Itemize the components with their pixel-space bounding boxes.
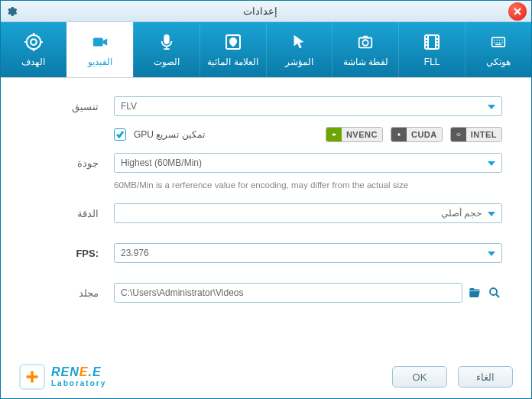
close-button[interactable] (508, 2, 527, 21)
fps-value: 23.976 (121, 248, 149, 258)
tab-target[interactable]: الهدف (1, 22, 66, 77)
camera-icon (355, 32, 376, 52)
svg-point-6 (363, 40, 368, 45)
quality-select[interactable]: Highest (60MB/Min) (114, 153, 502, 173)
gpu-enable-label: تمكين تسريع GPU (134, 129, 205, 140)
tab-label: الصوت (154, 57, 180, 67)
tab-label: الهدف (21, 57, 45, 67)
gpu-checkbox[interactable] (114, 128, 126, 141)
titlebar: إعدادات (1, 1, 531, 22)
settings-form: تنسيق FLV تمكين تسريع GPU NVENC (1, 78, 531, 355)
footer: RENE.E Laboratory OK الغاء (1, 355, 531, 398)
brand-name: RENE.E (51, 366, 106, 378)
folder-label: مجلد (30, 287, 114, 299)
folder-value: C:\Users\Administrator\Videos (121, 287, 244, 298)
cancel-button[interactable]: الغاء (458, 366, 513, 388)
svg-point-1 (31, 39, 37, 45)
tabs: الهدف الفيديو الصوت العلامة المائية المؤ… (1, 22, 531, 78)
resolution-select[interactable]: حجم أصلي (114, 203, 502, 223)
target-icon (23, 32, 44, 52)
film-icon (421, 32, 443, 52)
quality-help: 60MB/Min is a rerference value for encod… (114, 177, 502, 190)
tab-watermark[interactable]: العلامة المائية (200, 22, 266, 77)
check-icon (115, 130, 125, 139)
brand-logo: RENE.E Laboratory (19, 364, 106, 390)
format-select[interactable]: FLV (114, 96, 502, 116)
svg-point-9 (397, 133, 400, 135)
tab-cursor[interactable]: المؤشر (266, 22, 332, 77)
cuda-icon (391, 128, 407, 141)
tab-audio[interactable]: الصوت (133, 22, 200, 77)
browse-button[interactable] (487, 285, 502, 300)
svg-point-10 (456, 134, 460, 136)
ok-button[interactable]: OK (392, 366, 447, 388)
cursor-icon (288, 32, 310, 52)
format-value: FLV (121, 101, 137, 112)
keyboard-icon (488, 32, 509, 52)
format-label: تنسيق (30, 101, 114, 112)
watermark-icon (222, 32, 244, 52)
open-folder-button[interactable] (467, 285, 482, 300)
tab-screenshot[interactable]: لقطة شاشة (332, 22, 398, 77)
tab-label: العلامة المائية (207, 57, 258, 67)
tab-label: لقطة شاشة (343, 57, 388, 67)
intel-icon (451, 128, 466, 141)
logo-mark (19, 364, 45, 390)
svg-rect-2 (93, 38, 103, 47)
tab-video[interactable]: الفيديو (66, 22, 133, 77)
tab-hotkey[interactable]: هوتكي (465, 22, 531, 77)
plus-icon (24, 369, 40, 384)
mic-icon (156, 32, 177, 52)
svg-rect-3 (164, 35, 169, 44)
window-title: إعدادات (243, 5, 277, 17)
brand-sub: Laboratory (51, 380, 106, 388)
folder-input[interactable]: C:\Users\Administrator\Videos (114, 283, 462, 303)
fps-label: FPS: (30, 248, 114, 259)
close-icon (513, 7, 522, 16)
tab-label: FLL (424, 57, 440, 67)
cuda-badge: CUDA (391, 127, 443, 142)
nvenc-badge: NVENC (326, 127, 383, 142)
resolution-value: حجم أصلي (121, 208, 482, 219)
video-icon (89, 32, 111, 52)
nvidia-icon (326, 128, 342, 141)
tab-label: المؤشر (285, 57, 313, 67)
svg-point-0 (27, 35, 41, 49)
fps-select[interactable]: 23.976 (114, 243, 502, 263)
gear-icon (5, 5, 18, 18)
quality-value: Highest (60MB/Min) (121, 157, 202, 168)
tab-label: هوتكي (486, 57, 511, 67)
tab-fll[interactable]: FLL (398, 22, 465, 77)
quality-label: جودة (30, 157, 114, 169)
intel-badge: INTEL (450, 127, 502, 142)
svg-point-11 (490, 288, 497, 295)
tab-label: الفيديو (88, 57, 112, 67)
resolution-label: الدقة (30, 208, 114, 219)
folder-icon (468, 286, 482, 300)
search-icon (488, 286, 501, 300)
